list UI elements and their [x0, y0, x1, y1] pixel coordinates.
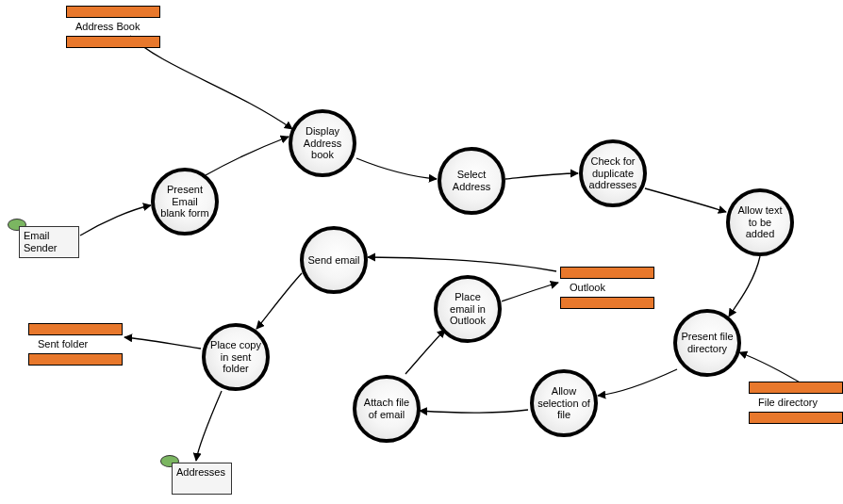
external-entity-email-sender: Email Sender — [19, 226, 79, 258]
edges-layer — [0, 0, 843, 504]
process-label: Place copy in sent folder — [209, 339, 262, 375]
process-label: Select Address — [445, 169, 498, 192]
entity-label: Email Sender — [24, 230, 57, 253]
datastore-label: Sent folder — [38, 338, 88, 350]
entity-label: Addresses — [176, 466, 225, 478]
datastore-outlook: Outlook — [560, 267, 654, 309]
process-display-address-book: Display Address book — [289, 109, 356, 177]
datastore-sent-folder: Sent folder — [28, 323, 123, 366]
datastore-label: File directory — [758, 397, 818, 408]
process-check-duplicate-addresses: Check for duplicate addresses — [579, 139, 647, 207]
process-place-copy-in-sent-folder: Place copy in sent folder — [202, 323, 270, 391]
process-present-file-directory: Present file directory — [673, 309, 741, 377]
process-label: Display Address book — [296, 125, 349, 161]
process-place-email-in-outlook: Place email in Outlook — [434, 275, 502, 343]
process-label: Allow text to be added — [734, 204, 786, 240]
process-label: Attach file of email — [360, 397, 413, 420]
process-attach-file-of-email: Attach file of email — [353, 375, 421, 443]
process-label: Allow selection of file — [537, 385, 590, 421]
datastore-file-directory: File directory — [749, 382, 843, 424]
datastore-address-book: Address Book — [66, 6, 160, 48]
process-label: Place email in Outlook — [441, 291, 494, 327]
process-label: Present Email blank form — [158, 184, 211, 219]
process-allow-selection-of-file: Allow selection of file — [530, 369, 598, 437]
process-label: Send email — [307, 254, 359, 267]
diagram-canvas: Address Book Outlook File directory Sent… — [0, 0, 843, 504]
datastore-label: Outlook — [570, 282, 605, 293]
process-label: Present file directory — [681, 331, 734, 354]
process-send-email: Send email — [300, 226, 368, 294]
external-entity-addresses: Addresses — [172, 463, 232, 495]
process-select-address: Select Address — [438, 147, 505, 215]
datastore-label: Address Book — [75, 21, 140, 32]
process-allow-text-to-be-added: Allow text to be added — [726, 188, 794, 256]
process-label: Check for duplicate addresses — [587, 155, 639, 191]
process-present-email-blank-form: Present Email blank form — [151, 168, 219, 236]
